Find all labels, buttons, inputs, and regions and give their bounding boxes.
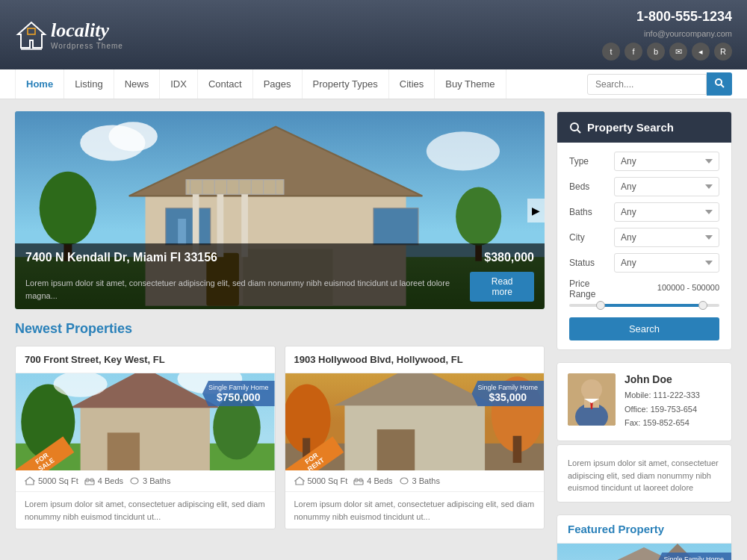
mail-icon[interactable]: ✉	[669, 43, 687, 60]
social-icons: t f b ✉ ◂ R	[602, 43, 732, 60]
price-range-section: Price Range 100000 - 500000	[569, 279, 719, 307]
beds-label: Beds	[569, 181, 614, 192]
property-1-beds: 4 Beds	[84, 476, 123, 485]
baths-label: Baths	[569, 207, 614, 217]
tagline: Wordpress Theme	[51, 42, 123, 50]
svg-marker-43	[25, 477, 34, 485]
property-1-badge-type: Single Family Home	[208, 384, 269, 391]
twitter-icon[interactable]: t	[602, 43, 620, 60]
svg-rect-38	[108, 432, 140, 470]
header: locality Wordpress Theme 1-800-555-1234 …	[0, 0, 747, 69]
caption-top: 7400 N Kendall Dr, Miami Fl 33156 $380,0…	[25, 251, 534, 264]
back-icon[interactable]: ◂	[692, 43, 710, 60]
property-2-sqft: 5000 Sq Ft	[294, 476, 348, 485]
agent-description: Lorem ipsum dolor sit amet, consectetuer…	[568, 457, 721, 494]
bed-icon-2	[353, 476, 364, 485]
property-2-badge: Single Family Home $35,000	[471, 381, 544, 406]
nav-news[interactable]: News	[114, 69, 161, 99]
featured-property-image: Single Family Home $440,000	[557, 544, 731, 560]
price-range-fill	[599, 304, 704, 307]
agent-mobile: Mobile: 111-222-333	[624, 388, 721, 402]
property-1-description: Lorem ipsum dolor sit amet, consectetuer…	[16, 492, 275, 529]
property-2-image: Single Family Home $35,000 FOR RENT	[285, 373, 545, 470]
svg-point-18	[456, 187, 501, 246]
caption-row: Lorem ipsum dolor sit amet, consectetuer…	[25, 269, 534, 302]
city-select[interactable]: Any	[614, 228, 719, 247]
properties-grid: 700 Front Street, Key West, FL	[15, 346, 545, 529]
property-2-baths: 3 Baths	[399, 476, 440, 485]
property-1-image: Single Family Home $750,000 FOR SALE	[16, 373, 275, 470]
facebook-icon[interactable]: f	[624, 43, 642, 60]
svg-point-33	[427, 131, 500, 170]
agent-name: John Doe	[624, 373, 721, 385]
svg-rect-1	[28, 28, 35, 34]
brand-name: locality	[51, 19, 123, 42]
nav-buy-theme[interactable]: Buy Theme	[435, 69, 506, 99]
featured-property-box: Featured Property	[557, 514, 732, 560]
nav-pages[interactable]: Pages	[253, 69, 303, 99]
price-range-value: 100000 - 500000	[657, 283, 719, 292]
beds-select[interactable]: Any	[614, 177, 719, 196]
featured-property-title: Featured Property	[557, 515, 731, 544]
logo-text: locality Wordpress Theme	[51, 19, 123, 50]
nav-cities[interactable]: Cities	[389, 69, 436, 99]
price-range-thumb-left[interactable]	[596, 301, 605, 310]
svg-marker-0	[18, 22, 45, 48]
property-2-beds: 4 Beds	[353, 476, 392, 485]
search-input[interactable]	[587, 74, 707, 95]
svg-point-3	[716, 79, 722, 85]
svg-point-61	[400, 478, 408, 484]
svg-rect-56	[512, 436, 521, 463]
featured-badge: Single Family Home $440,000	[656, 553, 731, 560]
bath-icon	[129, 476, 140, 485]
caption-price: $380,000	[484, 251, 534, 264]
featured-badge-type: Single Family Home	[663, 556, 724, 560]
house-icon	[25, 476, 35, 485]
svg-rect-13	[374, 208, 418, 245]
nav-contact[interactable]: Contact	[198, 69, 253, 99]
agent-description-card: Lorem ipsum dolor sit amet, consectetuer…	[557, 444, 732, 503]
nav-home[interactable]: Home	[15, 69, 64, 99]
property-slider: ▶ 7400 N Kendall Dr, Miami Fl 33156 $380…	[15, 111, 545, 309]
search-icon-ps	[569, 122, 581, 134]
beds-row: Beds Any	[569, 177, 719, 196]
header-right: 1-800-555-1234 info@yourcompany.com t f …	[602, 9, 732, 60]
svg-line-63	[577, 130, 580, 133]
property-1-address: 700 Front Street, Key West, FL	[16, 346, 275, 373]
svg-rect-44	[85, 480, 94, 485]
type-select[interactable]: Any	[614, 152, 719, 171]
logo-area: locality Wordpress Theme	[15, 19, 123, 51]
house-icon-2	[294, 476, 305, 485]
agent-office: Office: 159-753-654	[624, 402, 721, 417]
property-search-button[interactable]: Search	[569, 317, 719, 340]
property-search-body: Type Any Beds Any Baths Any	[557, 143, 731, 349]
svg-point-32	[108, 122, 157, 151]
status-select[interactable]: Any	[614, 253, 719, 273]
baths-select[interactable]: Any	[614, 202, 719, 222]
phone-number: 1-800-555-1234	[636, 9, 732, 25]
nav-property-types[interactable]: Property Types	[303, 69, 389, 99]
property-2-description: Lorem ipsum dolor sit amet, consectetuer…	[285, 492, 545, 529]
type-row: Type Any	[569, 152, 719, 171]
search-button[interactable]	[707, 72, 732, 96]
blog-icon[interactable]: b	[647, 43, 665, 60]
svg-point-16	[40, 172, 96, 245]
price-range-thumb-right[interactable]	[698, 301, 707, 310]
bed-icon	[84, 476, 95, 485]
agent-info: John Doe Mobile: 111-222-333 Office: 159…	[624, 373, 721, 430]
bath-icon-2	[399, 476, 409, 485]
newest-properties-title: Newest Properties	[15, 321, 545, 337]
price-range-slider-track	[569, 304, 719, 307]
logo-icon	[15, 19, 48, 51]
property-1-stats: 5000 Sq Ft 4 Beds 3 Baths	[16, 470, 275, 492]
slider-next-button[interactable]: ▶	[527, 199, 545, 223]
city-label: City	[569, 232, 614, 243]
nav-listing[interactable]: Listing	[64, 69, 114, 99]
caption-description: Lorem ipsum dolor sit amet, consectetuer…	[25, 277, 470, 302]
nav-idx[interactable]: IDX	[160, 69, 198, 99]
read-more-button[interactable]: Read more	[470, 272, 534, 302]
baths-row: Baths Any	[569, 202, 719, 222]
right-column: Property Search Type Any Beds Any Baths	[557, 111, 732, 560]
svg-point-62	[571, 123, 578, 131]
rss-icon[interactable]: R	[714, 43, 732, 60]
